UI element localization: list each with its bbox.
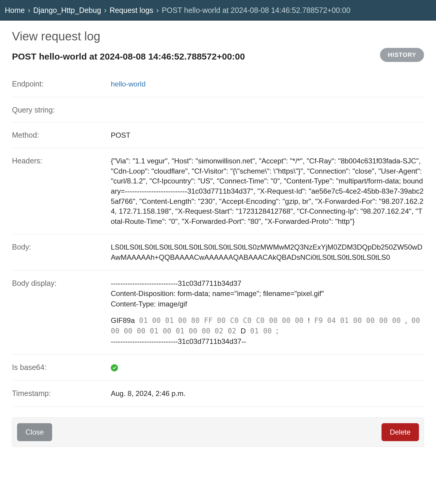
field-body: Body: LS0tLS0tLS0tLS0tLS0tLS0tLS0tLS0tLS… <box>12 234 424 270</box>
field-value: {"Via": "1.1 vegur", "Host": "simonwilli… <box>111 156 424 226</box>
breadcrumb: Home › Django_Http_Debug › Request logs … <box>0 0 436 21</box>
field-label: Query string: <box>12 105 105 114</box>
breadcrumb-app[interactable]: Django_Http_Debug <box>33 6 101 15</box>
breadcrumb-current: POST hello-world at 2024-08-08 14:46:52.… <box>162 6 350 15</box>
body-display-value: ----------------------------31c03d7711b3… <box>111 278 424 347</box>
field-endpoint: Endpoint: hello-world <box>12 71 424 97</box>
field-body-display: Body display: --------------------------… <box>12 271 424 355</box>
field-query-string: Query string: <box>12 97 424 122</box>
field-label: Is base64: <box>12 362 105 372</box>
field-label: Body: <box>12 242 105 251</box>
check-icon <box>111 364 118 371</box>
field-timestamp: Timestamp: Aug. 8, 2024, 2:46 p.m. <box>12 381 424 407</box>
delete-button[interactable]: Delete <box>382 423 419 441</box>
breadcrumb-sep: › <box>156 6 159 15</box>
page-title: View request log <box>12 30 424 43</box>
body-display-pretext: ----------------------------31c03d7711b3… <box>111 278 424 309</box>
field-is-base64: Is base64: <box>12 355 424 381</box>
field-value: Aug. 8, 2024, 2:46 p.m. <box>111 388 424 399</box>
body-display-posttext: ----------------------------31c03d7711b3… <box>111 336 424 347</box>
field-label: Method: <box>12 130 105 139</box>
breadcrumb-home[interactable]: Home <box>5 6 25 15</box>
breadcrumb-model[interactable]: Request logs <box>110 6 153 15</box>
field-label: Body display: <box>12 278 105 288</box>
history-button[interactable]: HISTORY <box>380 48 424 62</box>
footer-bar: Close Delete <box>12 418 424 447</box>
breadcrumb-sep: › <box>104 6 107 15</box>
field-value: POST <box>111 130 424 140</box>
field-headers: Headers: {"Via": "1.1 vegur", "Host": "s… <box>12 148 424 234</box>
body-display-hexdump: GIF89a 01 00 01 00 80 FF 00 C0 C0 C0 00 … <box>111 315 424 336</box>
field-label: Timestamp: <box>12 388 105 398</box>
close-button[interactable]: Close <box>17 423 52 441</box>
field-label: Headers: <box>12 156 105 165</box>
field-value: LS0tLS0tLS0tLS0tLS0tLS0tLS0tLS0tLS0tLS0z… <box>111 242 424 262</box>
field-label: Endpoint: <box>12 79 105 88</box>
field-method: Method: POST <box>12 122 424 148</box>
breadcrumb-sep: › <box>28 6 30 15</box>
endpoint-link[interactable]: hello-world <box>111 80 146 88</box>
object-title: POST hello-world at 2024-08-08 14:46:52.… <box>12 51 380 62</box>
